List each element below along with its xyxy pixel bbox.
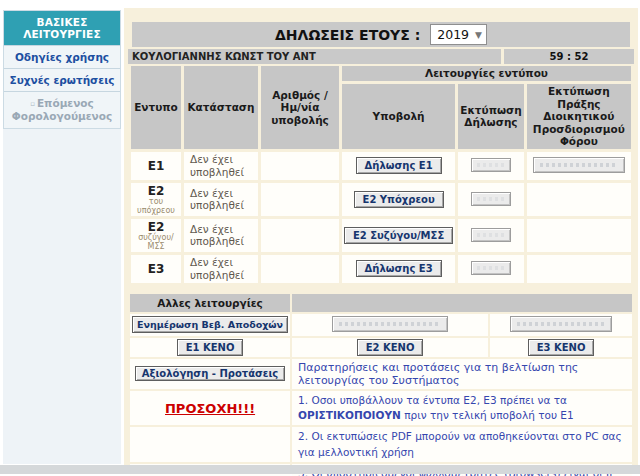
empty-cell: [527, 255, 631, 283]
session-timer: 59 : 52: [504, 49, 634, 64]
form-status: Δεν έχει υποβληθεί: [184, 152, 258, 180]
print-declaration-e3-button: [471, 261, 511, 275]
title-bar: ΔΗΛΩΣΕΙΣ ΕΤΟΥΣ : 2019 ▼: [132, 22, 630, 47]
sidebar-item-user-guide[interactable]: Οδηγίες χρήσης: [4, 45, 120, 68]
notice-item-2: 2. Οι εκτυπώσεις PDF μπορούν να αποθηκεύ…: [292, 427, 632, 461]
form-code: Ε3: [131, 255, 181, 283]
taxpayer-name: ΚΟΥΛΟΓΙΑΝΝΗΣ ΚΩΝΣΤ ΤΟΥ ΑΝΤ: [128, 49, 501, 64]
form-number: [261, 219, 339, 252]
page-title: ΔΗΛΩΣΕΙΣ ΕΤΟΥΣ :: [275, 27, 420, 43]
empty-cell: [527, 183, 631, 216]
sidebar-item-faq[interactable]: Συχνές ερωτήσεις: [4, 68, 120, 91]
print-declaration-e2-spouse-button: [471, 228, 511, 242]
col-header-number: Αριθμός / Ημ/νία υποβολής: [261, 66, 339, 149]
form-number: [261, 183, 339, 216]
sidebar-title: ΒΑΣΙΚΕΣ ΛΕΙΤΟΥΡΓΙΕΣ: [4, 11, 120, 45]
col-header-submit: Υποβολή: [342, 84, 455, 149]
e1-empty-button[interactable]: Ε1 ΚΕΝΟ: [177, 339, 244, 356]
e3-empty-button[interactable]: Ε3 ΚΕΝΟ: [528, 339, 595, 356]
col-header-print-act: Εκτύπωση Πράξης Διοικητικού Προσδιορισμο…: [527, 84, 631, 149]
feedback-text: Παρατηρήσεις και προτάσεις για τη βελτίω…: [292, 359, 632, 389]
e2-empty-button[interactable]: Ε2 ΚΕΝΟ: [357, 339, 424, 356]
table-row-e2-spouse: Ε2 συζύγου/ΜΣΣ Δεν έχει υποβληθεί Ε2 Συζ…: [131, 219, 631, 252]
sidebar-item-next-taxpayer: ▫Επόμενος Φορολογούμενος: [4, 91, 120, 128]
square-bullet-icon: ▫: [30, 100, 35, 108]
print-declaration-e2-obligor-button: [471, 192, 511, 206]
year-select[interactable]: 2019 ▼: [430, 24, 487, 45]
print-declaration-e1-button: [471, 158, 511, 172]
form-status: Δεν έχει υποβληθεί: [184, 183, 258, 216]
warning-title: ΠΡΟΣΟΧΗ!!!: [165, 401, 255, 416]
form-code: Ε2 συζύγου/ΜΣΣ: [131, 219, 181, 252]
col-header-form: Εντυπο: [131, 66, 181, 149]
empty-cell: [130, 427, 290, 461]
submit-e2-spouse-button[interactable]: Ε2 Συζύγου/ΜΣΣ: [344, 227, 453, 244]
form-number: [261, 255, 339, 283]
notice-item-1: 1. Οσοι υποβάλλουν τα έντυπα Ε2, Ε3 πρέπ…: [292, 391, 632, 425]
table-row-e2-obligor: Ε2 του υπόχρεου Δεν έχει υποβληθεί Ε2 Υπ…: [131, 183, 631, 216]
form-status: Δεν έχει υποβληθεί: [184, 255, 258, 283]
print-act-e1-button: [533, 157, 625, 173]
disabled-function-button-2: [510, 316, 612, 332]
table-row-e1: Ε1 Δεν έχει υποβληθεί Δήλωσης Ε1: [131, 152, 631, 180]
feedback-button[interactable]: Αξιολόγηση - Προτάσεις: [135, 366, 285, 381]
sidebar: ΒΑΣΙΚΕΣ ΛΕΙΤΟΥΡΓΙΕΣ Οδηγίες χρήσης Συχνέ…: [3, 10, 121, 464]
user-bar: ΚΟΥΛΟΓΙΑΝΝΗΣ ΚΩΝΣΤ ΤΟΥ ΑΝΤ 59 : 52: [128, 49, 634, 64]
form-number: [261, 152, 339, 180]
form-status: Δεν έχει υποβληθεί: [184, 219, 258, 252]
submit-e1-button[interactable]: Δήλωσης Ε1: [356, 157, 442, 174]
disabled-function-button-1: [332, 316, 448, 332]
taxis-declarations-page: ΒΑΣΙΚΕΣ ΛΕΙΤΟΥΡΓΙΕΣ Οδηγίες χρήσης Συχνέ…: [0, 0, 640, 476]
sidebar-menu: ΒΑΣΙΚΕΣ ΛΕΙΤΟΥΡΓΙΕΣ Οδηγίες χρήσης Συχνέ…: [3, 10, 121, 129]
forms-table: Εντυπο Κατάσταση Αριθμός / Ημ/νία υποβολ…: [128, 63, 634, 286]
other-functions-title: Αλλες λειτουργίες: [130, 294, 290, 312]
col-header-functions-group: Λειτουργίες εντύπου: [342, 66, 631, 81]
other-functions-title-spacer: [292, 294, 632, 312]
col-header-print-declaration: Εκτύπωση Δήλωσης: [458, 84, 524, 149]
bottom-edge-strip: [0, 465, 640, 474]
other-functions-table: Αλλες λειτουργίες Ενημέρωση Βεβ. Αποδοχώ…: [128, 292, 634, 476]
year-select-value: 2019: [437, 27, 469, 42]
table-row-e3: Ε3 Δεν έχει υποβληθεί Δήλωσης Ε3: [131, 255, 631, 283]
main-content: ΔΗΛΩΣΕΙΣ ΕΤΟΥΣ : 2019 ▼ ΚΟΥΛΟΓΙΑΝΝΗΣ ΚΩΝ…: [124, 8, 638, 466]
form-code: Ε2 του υπόχρεου: [131, 183, 181, 216]
payroll-certificate-button[interactable]: Ενημέρωση Βεβ. Αποδοχών: [132, 316, 288, 333]
submit-e2-obligor-button[interactable]: Ε2 Υπόχρεου: [354, 191, 444, 208]
chevron-down-icon: ▼: [475, 30, 482, 40]
submit-e3-button[interactable]: Δήλωσης Ε3: [356, 260, 442, 277]
col-header-status: Κατάσταση: [184, 66, 258, 149]
empty-cell: [527, 219, 631, 252]
form-code: Ε1: [131, 152, 181, 180]
